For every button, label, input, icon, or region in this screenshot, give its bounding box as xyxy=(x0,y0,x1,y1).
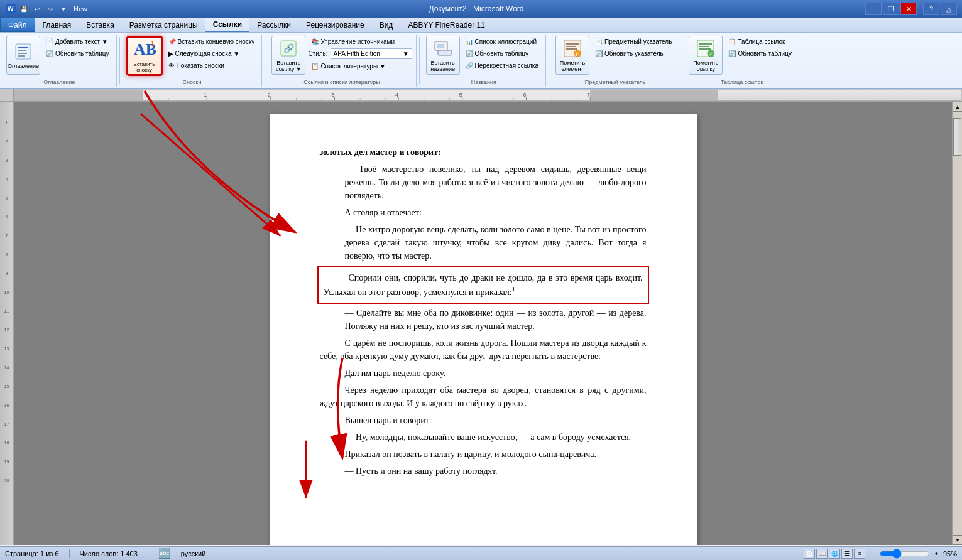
title-bar-left: W 💾 ↩ ↪ ▼ New xyxy=(5,3,87,14)
para2-text: С царём не поспоришь, коли жизнь дорога.… xyxy=(320,338,647,361)
top-ruler: 1 2 3 4 5 6 7 xyxy=(14,90,961,101)
zoom-plus[interactable]: + xyxy=(935,551,938,557)
scroll-track[interactable] xyxy=(953,112,962,535)
menu-view[interactable]: Вид xyxy=(372,18,401,32)
update-oglav-icon: 🔄 xyxy=(46,50,53,57)
manage-sources-icon: 📚 xyxy=(311,38,319,45)
para-dialogue4: — Ну, молодцы, показывайте ваше искусств… xyxy=(320,431,647,444)
menu-page-layout[interactable]: Разметка страницы xyxy=(122,18,205,32)
mark-elem-btn[interactable]: ! Пометитьэлемент xyxy=(555,36,589,75)
update-ukaz-btn[interactable]: 🔄 Обновить указатель xyxy=(592,48,675,59)
pred-ukaz-main-btn[interactable]: 📑 Предметный указатель xyxy=(592,36,675,47)
menu-abbyy[interactable]: ABBYY FineReader 11 xyxy=(400,18,493,32)
status-spelling-icon: 🔤 xyxy=(158,547,171,559)
snoski-group-label: Сноски xyxy=(123,79,262,85)
ribbon-content: Оглавление 📄 Добавить текст ▼ 🔄 Обновить… xyxy=(0,33,962,88)
bibliography-btn[interactable]: 📋 Список литературы ▼ xyxy=(308,60,412,72)
menu-file[interactable]: Файл xyxy=(0,18,35,32)
insert-link-label: Вставитьссылку ▼ xyxy=(276,60,302,72)
ribbon-group-snoski: AB 1 Вставить сноску 📌 Вставить концевую… xyxy=(123,35,263,87)
illus-table-btn[interactable]: 📊 Список иллюстраций xyxy=(462,36,542,47)
update-ukaz-icon: 🔄 xyxy=(595,50,603,57)
svg-text:3: 3 xyxy=(331,92,334,98)
insert-link-btn[interactable]: 🔗 Вставитьссылку ▼ xyxy=(271,36,305,75)
help-btn[interactable]: ? xyxy=(923,3,939,15)
update-table-names-btn[interactable]: 🔄 Обновить таблицу xyxy=(462,48,542,59)
menu-insert[interactable]: Вставка xyxy=(79,18,122,32)
status-sep2 xyxy=(148,549,148,558)
minimize-btn[interactable]: ─ xyxy=(865,3,882,15)
insert-snoska-label: Вставить сноску xyxy=(129,62,160,73)
oglav-icon xyxy=(13,41,33,62)
scroll-up-btn[interactable]: ▲ xyxy=(953,102,962,112)
footnote-ref: 1 xyxy=(512,286,515,293)
menu-references[interactable]: Ссылки xyxy=(205,18,249,32)
next-snoska-btn[interactable]: ▶ Следующая сноска ▼ xyxy=(165,48,258,59)
scroll-down-btn[interactable]: ▼ xyxy=(953,535,962,545)
para-2: С царём не поспоришь, коли жизнь дорога.… xyxy=(320,337,647,363)
pred-icon: 📑 xyxy=(595,38,603,45)
dialogue3-dash: — xyxy=(345,308,356,318)
svg-text:🔗: 🔗 xyxy=(283,43,295,54)
para-3: Дал им царь неделю сроку. xyxy=(320,367,647,380)
pred-label: Предметный указатель xyxy=(604,38,672,45)
cross-ref-btn[interactable]: 🔗 Перекрестная ссылка xyxy=(462,60,542,71)
update-oglav-btn[interactable]: 🔄 Обновить таблицу xyxy=(43,48,112,59)
oglav-group-label: Оглавление xyxy=(3,79,116,85)
style-dropdown[interactable]: APA Fifth Edition ▼ xyxy=(331,48,412,59)
insert-snoska-btn[interactable]: AB 1 Вставить сноску xyxy=(126,36,163,76)
highlight-para: Спорили они, спорили, чуть до драки не д… xyxy=(324,271,643,299)
show-snoski-btn[interactable]: 👁 Показать сноски xyxy=(165,60,258,71)
undo-quick-btn[interactable]: ↩ xyxy=(31,3,43,14)
close-btn[interactable]: ✕ xyxy=(900,3,917,15)
doc-scroll[interactable]: золотых дел мастер и говорит: — Твоё мас… xyxy=(14,102,952,545)
sep5 xyxy=(682,37,682,84)
insert-name-btn[interactable]: Вставитьназвание xyxy=(426,36,460,75)
menu-mailings[interactable]: Рассылки xyxy=(249,18,298,32)
menu-review[interactable]: Рецензирование xyxy=(298,18,372,32)
manage-sources-btn[interactable]: 📚 Управление источниками xyxy=(308,36,412,47)
insert-end-snoska-btn[interactable]: 📌 Вставить концевую сноску xyxy=(165,36,258,47)
add-text-icon: 📄 xyxy=(46,38,53,45)
sep3 xyxy=(419,37,420,84)
dialogue5-text: Пусть и они на вашу работу поглядят. xyxy=(356,466,498,476)
zoom-slider[interactable] xyxy=(880,551,930,557)
mark-link-btn[interactable]: ✓ Пометитьссылку xyxy=(689,36,723,75)
update-table-links-icon: 🔄 xyxy=(728,50,736,57)
minimize-ribbon-btn[interactable]: △ xyxy=(941,3,957,15)
insert-name-label: Вставитьназвание xyxy=(430,60,455,72)
view-draft-btn[interactable]: ≡ xyxy=(854,549,865,559)
table-links-main-btn[interactable]: 📋 Таблица ссылок xyxy=(725,36,795,47)
status-lang: русский xyxy=(181,550,205,557)
view-normal-btn[interactable]: 📄 xyxy=(804,549,815,559)
left-ruler: 1 2 3 4 5 6 7 8 9 10 11 12 13 14 15 16 1… xyxy=(0,89,14,545)
customize-quick-btn[interactable]: ▼ xyxy=(58,3,69,14)
view-reading-btn[interactable]: 📖 xyxy=(816,549,828,559)
save-quick-btn[interactable]: 💾 xyxy=(18,3,30,14)
status-page: Страница: 1 из 6 xyxy=(5,550,59,557)
menu-home[interactable]: Главная xyxy=(35,18,79,32)
scroll-thumb[interactable] xyxy=(953,118,961,156)
redo-quick-btn[interactable]: ↪ xyxy=(45,3,56,14)
view-outline-btn[interactable]: ☰ xyxy=(841,549,853,559)
cross-ref-icon: 🔗 xyxy=(466,62,473,69)
status-right: 📄 📖 🌐 ☰ ≡ ─ + 95% xyxy=(804,549,957,559)
svg-text:✓: ✓ xyxy=(709,51,713,57)
pred-small-btns: 📑 Предметный указатель 🔄 Обновить указат… xyxy=(592,36,675,68)
view-web-btn[interactable]: 🌐 xyxy=(829,549,840,559)
insert-snoska-icon: AB 1 xyxy=(133,38,156,61)
restore-btn[interactable]: ❐ xyxy=(883,3,899,15)
svg-text:W: W xyxy=(8,6,14,13)
doc-area: 1 2 3 4 5 6 7 8 9 10 11 12 13 14 15 16 1… xyxy=(0,89,962,545)
scrollbar-v[interactable]: ▲ ▼ xyxy=(952,102,962,545)
zoom-minus[interactable]: ─ xyxy=(870,551,874,557)
oglav-btn[interactable]: Оглавление xyxy=(6,36,40,75)
add-text-btn[interactable]: 📄 Добавить текст ▼ xyxy=(43,36,112,47)
ribbon: Оглавление 📄 Добавить текст ▼ 🔄 Обновить… xyxy=(0,33,962,89)
para-1: А столяр и отвечает: xyxy=(320,206,647,219)
update-table-links-btn[interactable]: 🔄 Обновить таблицу xyxy=(725,48,795,59)
dialogue2-text: Не хитро дорогую вещь сделать, коли золо… xyxy=(345,225,647,261)
svg-rect-2 xyxy=(16,44,31,59)
svg-text:4: 4 xyxy=(395,92,398,98)
insert-end-icon: 📌 xyxy=(168,38,176,45)
